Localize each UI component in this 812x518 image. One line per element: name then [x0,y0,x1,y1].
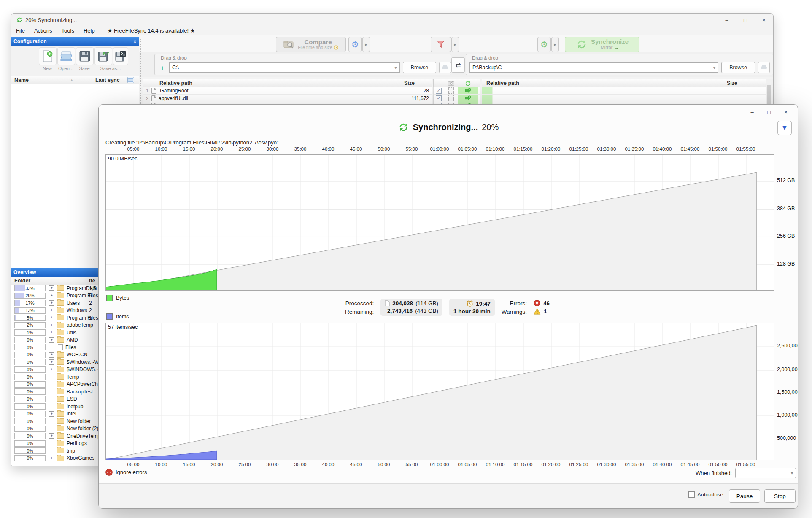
save-config-button[interactable] [76,47,94,65]
column-settings-icon[interactable] [127,77,134,83]
save-as-button[interactable] [94,47,112,65]
target-row[interactable] [482,87,766,95]
expander-icon[interactable]: + [49,359,54,365]
filter-button[interactable] [431,37,451,52]
expander-icon[interactable]: + [49,337,54,343]
folder-name: Temp [67,374,79,380]
target-row[interactable] [482,95,766,102]
compare-settings-arrow[interactable]: ▸ [362,37,370,52]
expander-icon[interactable]: + [49,285,54,291]
when-finished-combobox[interactable]: ▾ [735,468,796,478]
menu-actions[interactable]: Actions [34,27,52,34]
sync-action-row[interactable]: ✓ [434,95,480,102]
dialog-minimize-button[interactable]: – [744,106,761,117]
expander-icon[interactable]: + [49,323,54,328]
right-cloud-button[interactable] [758,62,770,73]
close-button[interactable]: × [755,14,773,26]
preview-column-header[interactable] [444,79,458,87]
close-panel-icon[interactable]: × [134,39,136,44]
expander-icon[interactable]: + [49,330,54,335]
left-browse-button[interactable]: Browse [403,62,437,73]
save-as-batch-button[interactable] [113,47,128,65]
stop-button[interactable]: Stop [764,489,796,503]
right-col-size[interactable]: Size [724,80,766,86]
expander-icon[interactable]: + [49,367,54,372]
folder-column[interactable]: Folder [11,278,30,284]
sync-settings-arrow[interactable]: ▸ [551,37,559,52]
ignore-errors-toggle[interactable]: Ignore errors [105,469,147,476]
x-tick-label: 01:40:00 [653,462,672,467]
file-type-icon [151,95,156,101]
folder-icon [57,426,64,431]
auto-close-checkbox[interactable]: Auto-close [688,491,723,498]
folder-icon [57,433,64,439]
expander-icon[interactable]: + [49,293,54,298]
maximize-button[interactable]: □ [736,14,755,26]
file-size: 111,672 [402,95,432,101]
update-notice[interactable]: ★ FreeFileSync 14.4 is available! ★ [108,27,195,34]
minimize-to-tray-button[interactable]: ▼ [777,121,792,135]
include-checkbox[interactable]: ✓ [436,88,442,94]
swap-sides-button[interactable]: ⇄ [451,57,465,73]
filter-arrow[interactable]: ▸ [451,37,459,52]
expander-icon[interactable]: + [49,456,54,461]
menubar: File Actions Tools Help ★ FreeFileSync 1… [11,26,773,35]
left-grid-header[interactable]: Relative path Size [143,79,432,88]
x-tick-label: 01:05:00 [458,462,477,467]
new-config-button[interactable] [39,47,57,65]
sync-progress-dialog: – □ × Synchronizing... 20% ▼ Creating fi… [98,104,798,509]
dialog-maximize-button[interactable]: □ [761,106,777,117]
expander-icon[interactable]: + [49,300,54,306]
menu-arrow-icon: ▸ [365,42,367,47]
compare-button[interactable]: Compare File time and size [276,37,346,52]
add-folder-pair-button[interactable]: + [158,63,167,72]
last-sync-column[interactable]: Last sync [95,77,120,83]
chevron-down-icon: ▾ [713,65,715,70]
left-path-combobox[interactable]: C:\ ▾ [169,62,400,73]
main-titlebar[interactable]: 20% Synchronizing... – □ × [11,14,773,26]
right-grid-header[interactable]: Relative path Size [482,79,766,88]
expander-icon[interactable]: + [49,411,54,417]
menu-file[interactable]: File [16,27,25,34]
left-col-size[interactable]: Size [402,80,432,86]
progress-cell: 0% [14,352,46,358]
expander-icon[interactable]: + [49,433,54,439]
configuration-header[interactable]: Configuration × [11,37,139,46]
left-col-relative-path[interactable]: Relative path [157,80,402,86]
window-title: 20% Synchronizing... [25,17,77,23]
config-list-header[interactable]: Name ▲ Last sync [11,76,139,85]
folder-name: Windows [67,307,87,313]
compare-settings-button[interactable]: ⚙ [348,37,362,52]
left-cloud-button[interactable] [439,62,451,73]
sync-direction-cell[interactable] [458,95,478,102]
left-folder-group: Drag & drop + C:\ ▾ Browse [154,54,451,75]
name-column[interactable]: Name [11,77,29,83]
pause-button[interactable]: Pause [729,489,760,503]
file-row[interactable]: 2 appverifUI.dll 111,672 [143,95,432,102]
sync-direction-cell[interactable] [458,87,478,94]
right-col-relative-path[interactable]: Relative path [482,80,724,86]
x-tick-label: 55:00 [406,462,418,467]
expander-icon[interactable]: + [49,352,54,358]
sync-settings-button[interactable]: ⚙ [537,37,551,52]
dialog-title: Synchronizing... [413,122,478,132]
menu-tools[interactable]: Tools [62,27,74,34]
dialog-close-button[interactable]: × [777,106,794,117]
expander-icon[interactable]: + [49,315,54,320]
sync-direction-column-header[interactable] [458,79,478,87]
right-browse-button[interactable]: Browse [721,62,755,73]
items-column[interactable]: Ite [89,278,95,284]
synchronize-button[interactable]: Synchronize Mirror → [565,37,639,52]
x-tick-label: 01:50:00 [709,462,728,467]
menu-help[interactable]: Help [84,27,95,34]
items-y-axis: 2,500,0002,000,0001,500,0001,000,000500,… [777,323,798,459]
expander-icon[interactable]: + [49,308,54,313]
file-row[interactable]: 1 .GamingRoot 28 [143,87,432,95]
minimize-button[interactable]: – [718,14,736,26]
include-checkbox[interactable]: ✓ [436,95,442,101]
sync-action-row[interactable]: ✓ [434,87,480,95]
right-path-combobox[interactable]: P:\Backup\C ▾ [469,62,718,73]
x-tick-label: 05:00 [127,462,140,467]
open-config-button[interactable] [57,47,75,65]
scrollbar-thumb[interactable] [767,85,771,104]
